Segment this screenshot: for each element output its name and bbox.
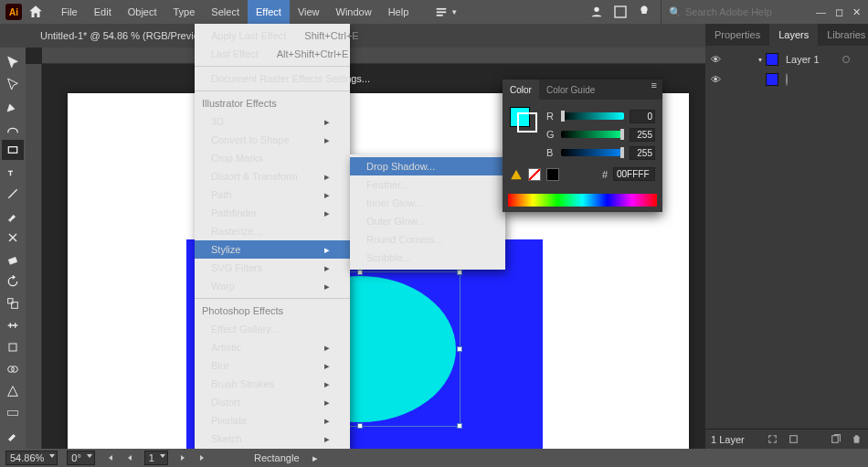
curvature-tool[interactable] <box>2 118 24 138</box>
menu-item-distort-transform[interactable]: Distort & Transform▸ <box>195 167 350 186</box>
tab-color[interactable]: Color <box>503 80 539 100</box>
layer-name[interactable]: Layer 1 <box>786 54 820 65</box>
menu-item-feather-[interactable]: Feather... <box>350 175 505 194</box>
layer-name[interactable] <box>786 74 791 85</box>
rectangle-tool[interactable] <box>2 140 24 160</box>
menu-item-outer-glow-[interactable]: Outer Glow... <box>350 212 505 230</box>
menu-item-sketch[interactable]: Sketch▸ <box>195 430 350 448</box>
target-icon[interactable] <box>786 73 788 86</box>
menu-item-document-raster-effects-settings-[interactable]: Document Raster Effects Settings... <box>195 69 350 88</box>
arrange-icon[interactable] <box>613 5 628 19</box>
help-search[interactable]: 🔍 <box>661 0 807 24</box>
hex-value[interactable]: 00FFFF <box>613 167 655 181</box>
menu-item-brush-strokes[interactable]: Brush Strokes▸ <box>195 375 350 393</box>
menu-item-svg-filters[interactable]: SVG Filters▸ <box>195 259 350 277</box>
zoom-field[interactable]: 54.86% <box>5 451 58 465</box>
window-maximize[interactable]: ◻ <box>835 6 843 18</box>
disclosure-icon[interactable]: ▾ <box>758 56 762 64</box>
menu-item-round-corners-[interactable]: Round Corners... <box>350 230 505 249</box>
spectrum-ramp[interactable] <box>508 194 657 207</box>
menu-item-drop-shadow-[interactable]: Drop Shadow... <box>350 157 505 175</box>
menu-item-3d[interactable]: 3D▸ <box>195 112 350 131</box>
gradient-tool[interactable] <box>2 403 24 423</box>
rotate-tool[interactable] <box>2 271 24 292</box>
artboard-nav[interactable]: 1 <box>144 451 168 465</box>
g-slider[interactable] <box>561 131 624 138</box>
menu-edit[interactable]: Edit <box>86 0 120 24</box>
layer-row[interactable]: 👁 ▾ Layer 1 <box>705 49 868 69</box>
menu-item-stylize[interactable]: Stylize▸ <box>195 240 350 259</box>
selection-tool[interactable] <box>2 52 24 72</box>
shape-builder-tool[interactable] <box>2 359 24 379</box>
menu-item-pixelate[interactable]: Pixelate▸ <box>195 411 350 430</box>
window-minimize[interactable]: — <box>816 6 826 17</box>
free-transform-tool[interactable] <box>2 337 24 357</box>
r-value[interactable]: 0 <box>630 110 655 123</box>
menu-help[interactable]: Help <box>380 0 418 24</box>
workspace-switcher[interactable]: ▼ <box>429 5 463 18</box>
menu-item-blur[interactable]: Blur▸ <box>195 356 350 375</box>
visibility-icon[interactable]: 👁 <box>709 74 722 85</box>
menu-view[interactable]: View <box>290 0 328 24</box>
eraser-tool[interactable] <box>2 249 24 270</box>
last-color-swatch[interactable] <box>546 168 559 181</box>
menu-file[interactable]: File <box>53 0 86 24</box>
paintbrush-tool[interactable] <box>2 206 24 226</box>
delete-layer-icon[interactable] <box>851 433 863 445</box>
window-close[interactable]: ✕ <box>852 6 861 18</box>
ruler-vertical[interactable] <box>26 64 42 449</box>
line-tool[interactable] <box>2 184 24 204</box>
tab-properties[interactable]: Properties <box>705 24 769 46</box>
ruler-horizontal[interactable] <box>42 48 705 64</box>
menu-item-rasterize-[interactable]: Rasterize... <box>195 222 350 240</box>
chevron-right-icon[interactable]: ▸ <box>312 452 318 464</box>
menu-window[interactable]: Window <box>328 0 380 24</box>
b-value[interactable]: 255 <box>630 146 655 160</box>
menu-item-inner-glow-[interactable]: Inner Glow... <box>350 194 505 212</box>
menu-select[interactable]: Select <box>203 0 248 24</box>
menu-item-path[interactable]: Path▸ <box>195 186 350 204</box>
tab-libraries[interactable]: Libraries <box>818 24 868 46</box>
menu-item-effect-gallery-[interactable]: Effect Gallery... <box>195 320 350 338</box>
width-tool[interactable] <box>2 315 24 335</box>
color-swatch[interactable] <box>510 107 539 131</box>
layer-row[interactable]: 👁 <box>705 69 868 90</box>
menu-item-warp[interactable]: Warp▸ <box>195 277 350 295</box>
b-slider[interactable] <box>561 149 624 156</box>
direct-selection-tool[interactable] <box>2 74 24 94</box>
menu-effect[interactable]: Effect <box>248 0 290 24</box>
bulb-icon[interactable] <box>637 5 651 19</box>
make-clipping-mask-icon[interactable] <box>788 433 799 445</box>
new-layer-icon[interactable] <box>830 433 842 445</box>
r-slider[interactable] <box>561 112 624 120</box>
perspective-tool[interactable] <box>2 381 24 401</box>
locate-object-icon[interactable] <box>767 433 778 445</box>
help-search-input[interactable] <box>685 6 795 17</box>
rotate-field[interactable]: 0° <box>67 451 95 465</box>
type-tool[interactable]: T <box>2 162 24 182</box>
visibility-icon[interactable]: 👁 <box>709 54 722 65</box>
gamut-warning-icon[interactable] <box>510 168 523 181</box>
home-icon[interactable] <box>27 4 44 20</box>
menu-item-pathfinder[interactable]: Pathfinder▸ <box>195 204 350 222</box>
prev-artboard-icon[interactable] <box>124 452 135 463</box>
menu-item-distort[interactable]: Distort▸ <box>195 393 350 411</box>
user-icon[interactable] <box>589 5 604 19</box>
menu-item-crop-marks[interactable]: Crop Marks <box>195 149 350 167</box>
menu-item-convert-to-shape[interactable]: Convert to Shape▸ <box>195 131 350 149</box>
menu-item-scribble-[interactable]: Scribble... <box>350 249 505 267</box>
none-swatch[interactable] <box>528 168 541 181</box>
first-artboard-icon[interactable] <box>104 452 115 463</box>
tab-color-guide[interactable]: Color Guide <box>539 80 602 100</box>
menu-object[interactable]: Object <box>120 0 165 24</box>
last-artboard-icon[interactable] <box>197 452 208 463</box>
new-sublayer-icon[interactable] <box>809 433 820 445</box>
shaper-tool[interactable] <box>2 228 24 248</box>
color-panel[interactable]: Color Color Guide ≡ R0 G255 B255 # 00FFF… <box>503 80 662 212</box>
g-value[interactable]: 255 <box>630 128 655 142</box>
panel-menu-icon[interactable]: ≡ <box>646 80 662 100</box>
target-icon[interactable] <box>842 56 850 63</box>
eyedropper-tool[interactable] <box>2 425 24 445</box>
scale-tool[interactable] <box>2 293 24 313</box>
pen-tool[interactable] <box>2 96 24 116</box>
